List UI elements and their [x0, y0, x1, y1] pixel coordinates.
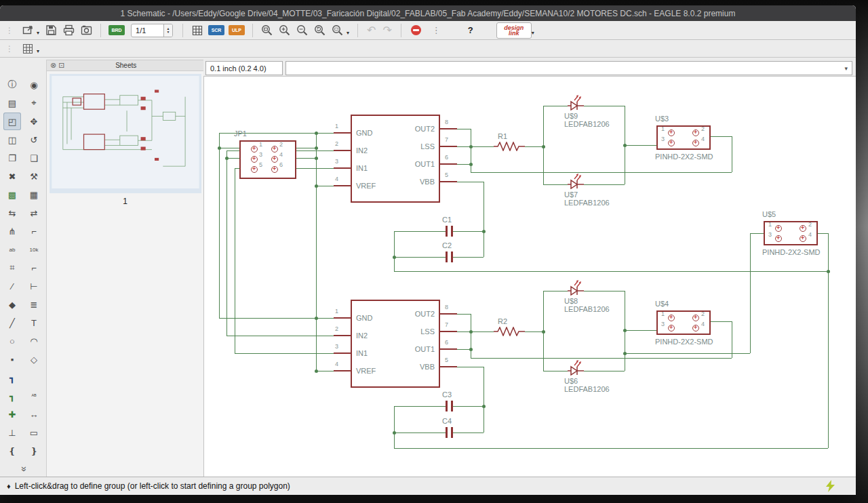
cam-processor-button[interactable]: [77, 22, 95, 39]
sheet-selector-stepper[interactable]: ▲▼: [163, 24, 172, 37]
save-button[interactable]: [42, 22, 60, 39]
stop-command-button[interactable]: [411, 25, 421, 35]
sheet-number-label[interactable]: 1: [47, 197, 203, 206]
open-button[interactable]: [19, 22, 37, 39]
energy-bolt-icon[interactable]: [826, 480, 835, 492]
rect-tool-icon[interactable]: ▪: [3, 350, 21, 368]
junction-dot: [542, 145, 545, 148]
miter-tool-icon[interactable]: ⌐: [25, 222, 43, 240]
display-tool-icon[interactable]: ▤: [3, 94, 21, 112]
junction-tool-icon[interactable]: ✚: [3, 405, 21, 423]
pinswap-tool-icon[interactable]: ⇄: [25, 204, 43, 222]
change-tool-icon[interactable]: ▩: [3, 186, 21, 203]
run-ulp-button[interactable]: ULP: [229, 25, 245, 35]
wire-segment: [543, 291, 568, 291]
ic-pin-stub: [440, 181, 457, 182]
split-tool-icon[interactable]: ⋔: [3, 222, 21, 240]
bend-tool-icon[interactable]: ⌐: [25, 259, 43, 277]
junction-dot: [469, 145, 473, 148]
use-library-button[interactable]: [189, 22, 206, 39]
smash-tool-icon[interactable]: ⌗: [3, 259, 21, 277]
led-symbol[interactable]: [568, 278, 584, 296]
sheet-selector[interactable]: 1/1 ▲▼: [131, 24, 173, 37]
zoom-select-button[interactable]: [329, 22, 347, 39]
errors-tool-icon[interactable]: ≣: [25, 296, 43, 313]
design-link-button[interactable]: design link: [496, 22, 532, 39]
info-tool-icon[interactable]: ⓘ: [3, 76, 21, 94]
redo-button[interactable]: ↷: [382, 24, 391, 37]
ic-pin-name: GND: [356, 129, 372, 137]
net-tool-icon[interactable]: ┓: [3, 387, 21, 405]
bus-tool-icon[interactable]: ┓: [3, 369, 21, 386]
open-dropdown-caret-icon[interactable]: ▾: [37, 30, 39, 36]
sheets-panel-header[interactable]: ⊗ ⊡ Sheets: [47, 60, 203, 71]
rotate-tool-icon[interactable]: ↺: [25, 131, 43, 148]
copy-tool-icon[interactable]: ❐: [3, 149, 21, 167]
led-symbol[interactable]: [568, 93, 584, 110]
grid-dropdown-caret-icon[interactable]: ▾: [37, 48, 39, 54]
zoom-out-button[interactable]: [294, 22, 311, 39]
ic-pin-name: OUT2: [395, 125, 435, 133]
junction-dot: [315, 184, 318, 188]
design-link-caret-icon[interactable]: ▾: [532, 30, 534, 36]
titlebar[interactable]: 1 Schematic - /Users/Eddy/Google Drive/0…: [0, 5, 856, 21]
toolbar-drag-handle-icon[interactable]: ⋮: [5, 44, 14, 54]
toolbar-drag-handle-icon[interactable]: ⋮: [5, 26, 14, 35]
mirror-tool-icon[interactable]: ◫: [3, 131, 21, 148]
led-symbol[interactable]: [568, 172, 584, 189]
print-button[interactable]: [60, 22, 77, 39]
sheet-thumbnail[interactable]: [50, 74, 201, 193]
label-tool-icon[interactable]: ᴬᴮ: [25, 387, 43, 405]
led-symbol[interactable]: [568, 358, 584, 376]
dimension-tool-icon[interactable]: ↔: [25, 405, 43, 423]
run-script-button[interactable]: SCR: [208, 25, 224, 35]
polygon-tool-icon[interactable]: ◇: [25, 350, 43, 368]
connector-body[interactable]: [239, 140, 296, 179]
resistor-symbol[interactable]: [494, 142, 525, 151]
value-tool-icon[interactable]: 10k: [25, 241, 43, 258]
text-tool-icon[interactable]: T: [25, 314, 43, 331]
attribute-right-tool-icon[interactable]: ❵: [25, 442, 43, 460]
zoom-in-button[interactable]: [276, 22, 294, 39]
command-input[interactable]: [286, 64, 844, 73]
show-tool-icon[interactable]: ◉: [25, 76, 43, 94]
invoke-tool-icon[interactable]: ⊢: [25, 277, 43, 295]
wire-tool-icon[interactable]: ╱: [3, 314, 21, 331]
circle-tool-icon[interactable]: ○: [3, 332, 21, 350]
zoom-redraw-button[interactable]: [311, 22, 329, 39]
delete-tool-icon[interactable]: ✖: [3, 167, 21, 185]
frame-tool-icon[interactable]: ▭: [25, 424, 43, 441]
attribute-left-tool-icon[interactable]: ❴: [3, 442, 21, 460]
switch-to-board-button[interactable]: BRD: [108, 25, 125, 35]
panel-close-icon[interactable]: ⊗: [50, 61, 56, 70]
more-tools-chevron-icon[interactable]: »: [19, 464, 30, 475]
gateswap-tool-icon[interactable]: ⇆: [3, 204, 21, 222]
paste-tool-icon[interactable]: ❑: [25, 149, 43, 167]
arc-tool-icon[interactable]: ◠: [25, 332, 43, 350]
wrench-tool-icon[interactable]: ⚒: [25, 167, 43, 185]
zoom-fit-button[interactable]: [258, 22, 276, 39]
command-options-icon[interactable]: ⋮: [432, 25, 441, 35]
group-tool-icon[interactable]: ◰: [3, 113, 21, 130]
undo-button[interactable]: ↶: [367, 24, 376, 37]
help-button[interactable]: ?: [468, 25, 473, 35]
array-tool-icon[interactable]: ▦: [25, 186, 43, 203]
command-history-caret-icon[interactable]: ▾: [844, 65, 852, 72]
zoom-out-icon: [296, 24, 309, 37]
zoom-dropdown-caret-icon[interactable]: ▾: [347, 30, 349, 36]
grid-icon: [22, 43, 34, 55]
wire-segment: [584, 371, 625, 371]
erc-tool-icon[interactable]: ◆: [3, 296, 21, 313]
schematic-canvas[interactable]: 1GND2IN23IN14VREF8OUT27LSS6OUT15VBB1GND2…: [203, 76, 856, 477]
name-tool-icon[interactable]: ab: [3, 241, 21, 258]
panel-detach-icon[interactable]: ⊡: [58, 61, 64, 70]
stepper-down-icon[interactable]: ▼: [167, 31, 170, 34]
resistor-symbol[interactable]: [494, 327, 525, 336]
grid-settings-button[interactable]: [19, 41, 37, 57]
sheets-panel-title: Sheets: [66, 62, 185, 69]
mark-tool-icon[interactable]: ⌖: [25, 94, 43, 112]
move-tool-icon[interactable]: ✥: [25, 113, 43, 130]
wire-segment: [394, 406, 395, 448]
pin-tool-icon[interactable]: ⊥: [3, 424, 21, 441]
slope-tool-icon[interactable]: ∕: [3, 277, 21, 295]
